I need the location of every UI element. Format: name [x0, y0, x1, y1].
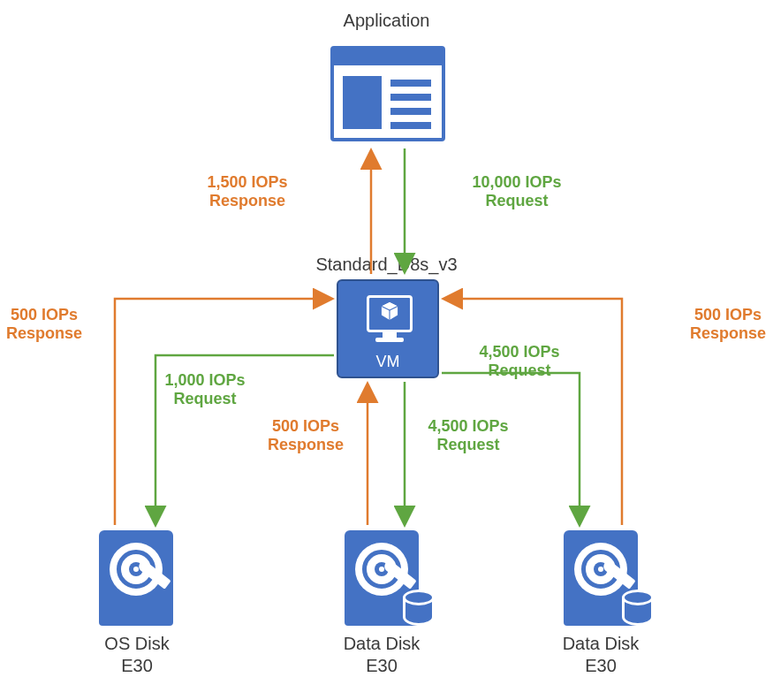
- data-disk-1-label: Data Disk E30: [329, 633, 435, 677]
- app-response-label: 1,500 IOPs Response: [194, 173, 300, 209]
- app-request-label: 10,000 IOPs Request: [459, 173, 574, 209]
- os-request-kind: Request: [173, 390, 236, 407]
- app-request-iops: 10,000 IOPs: [472, 173, 561, 191]
- os-response-kind: Response: [6, 324, 82, 342]
- data-disk-2-label: Data Disk E30: [548, 633, 654, 677]
- vm-label: VM: [338, 353, 437, 371]
- data-disk-2-tier: E30: [585, 656, 617, 675]
- d2-request-iops: 4,500 IOPs: [479, 343, 559, 361]
- app-request-kind: Request: [485, 192, 548, 209]
- d1-response-label: 500 IOPs Response: [261, 417, 350, 453]
- data-disk-2-name: Data Disk: [563, 634, 640, 653]
- d1-response-iops: 500 IOPs: [272, 417, 339, 435]
- os-disk-icon: [99, 530, 184, 628]
- data-disk-2-icon: [564, 530, 648, 628]
- d1-response-kind: Response: [268, 436, 344, 453]
- app-response-kind: Response: [209, 192, 285, 209]
- vm-sku-label: Standard_D8s_v3: [0, 255, 773, 275]
- data-disk-1-icon: [345, 530, 429, 628]
- data-disk-1-tier: E30: [366, 656, 398, 675]
- d2-response-kind: Response: [690, 324, 766, 342]
- os-response-iops: 500 IOPs: [11, 306, 78, 323]
- d2-request-kind: Request: [488, 361, 550, 379]
- os-disk-label: OS Disk E30: [88, 633, 186, 677]
- d2-response-label: 500 IOPs Response: [684, 306, 772, 342]
- d1-request-iops: 4,500 IOPs: [428, 417, 508, 435]
- d2-response-iops: 500 IOPs: [694, 306, 762, 323]
- cube-icon: [381, 302, 398, 320]
- os-response-label: 500 IOPs Response: [0, 306, 88, 342]
- vm-box: VM: [337, 279, 439, 378]
- os-disk-name: OS Disk: [104, 634, 169, 653]
- app-response-iops: 1,500 IOPs: [207, 173, 287, 191]
- os-request-label: 1,000 IOPs Request: [152, 371, 258, 407]
- d1-request-kind: Request: [436, 436, 499, 453]
- application-title: Application: [0, 11, 773, 31]
- d1-request-label: 4,500 IOPs Request: [415, 417, 521, 453]
- application-icon: [330, 46, 445, 141]
- os-disk-tier: E30: [121, 656, 153, 675]
- os-request-iops: 1,000 IOPs: [164, 371, 245, 389]
- d2-request-label: 4,500 IOPs Request: [466, 343, 572, 379]
- data-disk-1-name: Data Disk: [344, 634, 421, 653]
